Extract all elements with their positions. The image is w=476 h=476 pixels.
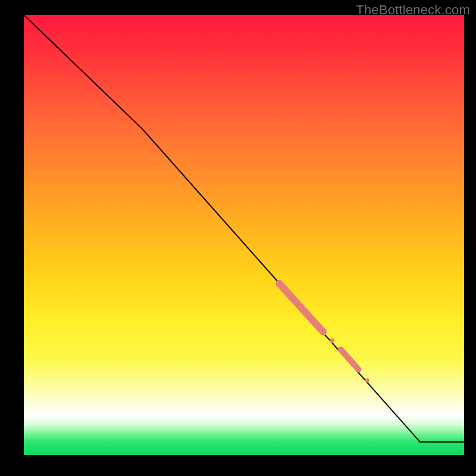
- chart-line-series: [24, 15, 464, 442]
- highlight-dot: [330, 339, 334, 343]
- chart-highlights: [279, 283, 369, 382]
- chart-overlay-svg: [24, 15, 464, 455]
- highlight-dot: [365, 378, 369, 383]
- series-curve: [24, 15, 464, 442]
- highlight-segment: [341, 349, 359, 369]
- highlight-segment: [279, 283, 323, 331]
- chart-plot-area: [24, 15, 464, 455]
